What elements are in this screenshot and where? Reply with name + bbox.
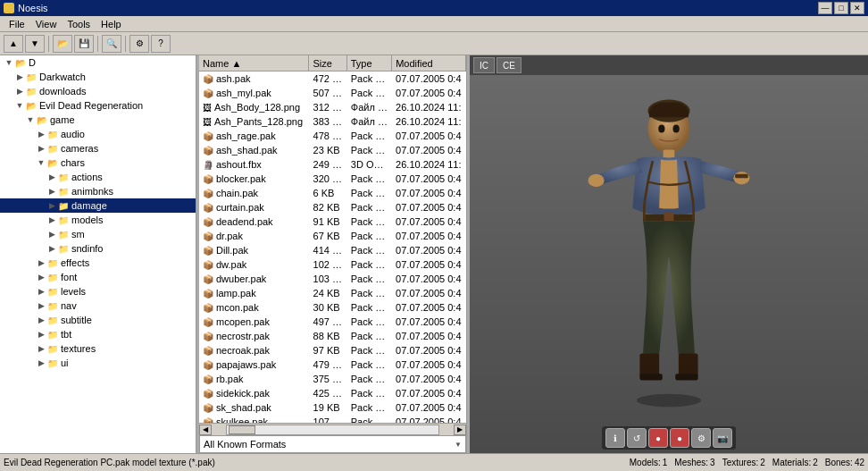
toolbar: ▲ ▼ 📂 💾 🔍 ⚙ ?: [0, 32, 868, 55]
vp-rotate-btn[interactable]: ↺: [627, 428, 647, 448]
file-row[interactable]: 📦mcopen.pak497 KBPack File07.07.2005 0:4: [199, 315, 466, 329]
tree-item-font[interactable]: ▶📁font: [0, 270, 196, 284]
tree-item-cameras[interactable]: ▶📁cameras: [0, 141, 196, 156]
file-row[interactable]: 📦sidekick.pak425 KBPack File07.07.2005 0…: [199, 386, 466, 400]
file-row[interactable]: 📦deadend.pak91 KBPack File07.07.2005 0:4: [199, 214, 466, 229]
viewport-btn-ce[interactable]: CE: [497, 57, 522, 73]
file-list-body[interactable]: 📦ash.pak472 KBPack File07.07.2005 0:4📦as…: [199, 71, 466, 423]
scroll-left-btn[interactable]: ◀: [199, 425, 212, 435]
tree-item-nav[interactable]: ▶📁nav: [0, 299, 196, 313]
character-viewport[interactable]: [470, 75, 868, 453]
tree-item-audio[interactable]: ▶📁audio: [0, 127, 196, 141]
file-row[interactable]: 🗿ashout.fbx249 KB3D Object26.10.2024 11:: [199, 157, 466, 172]
character-model: [580, 95, 758, 434]
tree-item-tbt[interactable]: ▶📁tbt: [0, 327, 196, 341]
menu-view[interactable]: View: [30, 18, 63, 30]
tree-item-animbnks[interactable]: ▶📁animbnks: [0, 184, 196, 198]
file-row[interactable]: 📦chain.pak6 KBPack File07.07.2005 0:4: [199, 186, 466, 200]
toolbar-open[interactable]: 📂: [53, 35, 72, 53]
file-row[interactable]: 📦dr.pak67 KBPack File07.07.2005 0:4: [199, 229, 466, 243]
file-name: 📦dr.pak: [199, 231, 310, 241]
col-header-modified[interactable]: Modified: [392, 55, 466, 71]
file-row[interactable]: 📦sk_shad.pak19 KBPack File07.07.2005 0:4: [199, 400, 466, 415]
file-size: 91 KB: [310, 216, 347, 227]
stat-bones: Bones: 42: [825, 458, 864, 467]
file-row[interactable]: 📦mcon.pak30 KBPack File07.07.2005 0:4: [199, 300, 466, 315]
tree-expand-icon: ▶: [46, 200, 57, 211]
dropdown-arrow-icon: ▼: [455, 441, 462, 449]
vp-sphere2-btn[interactable]: ●: [670, 428, 689, 448]
file-modified: 07.07.2005 0:4: [392, 73, 466, 84]
toolbar-save[interactable]: 💾: [74, 35, 94, 53]
tree-item-damage[interactable]: ▶📁damage: [0, 198, 196, 213]
vp-sphere1-btn[interactable]: ●: [648, 428, 668, 448]
tree-item-models[interactable]: ▶📁models: [0, 213, 196, 227]
tree-item-actions[interactable]: ▶📁actions: [0, 170, 196, 184]
menu-tools[interactable]: Tools: [62, 18, 96, 30]
file-row[interactable]: 📦necroak.pak97 KBPack File07.07.2005 0:4: [199, 343, 466, 357]
col-header-name[interactable]: Name ▲: [199, 55, 309, 71]
tree-item-sm[interactable]: ▶📁sm: [0, 227, 196, 241]
file-row[interactable]: 📦dwuber.pak103 KBPack File07.07.2005 0:4: [199, 272, 466, 286]
tree-item-game[interactable]: ▼📂game: [0, 113, 196, 127]
tree-item-darkwatch[interactable]: ▶📁Darkwatch: [0, 70, 196, 84]
file-size: 479 KB: [310, 359, 347, 370]
viewport-btn-ic[interactable]: IC: [473, 57, 495, 73]
tree-item-levels[interactable]: ▶📁levels: [0, 284, 196, 299]
file-row[interactable]: 📦ash_rage.pak478 KBPack File07.07.2005 0…: [199, 129, 466, 143]
maximize-button[interactable]: □: [834, 2, 848, 14]
file-type-dropdown[interactable]: All Known Formats ▼: [199, 435, 466, 453]
tree-item-sndinfo[interactable]: ▶📁sndinfo: [0, 241, 196, 256]
file-row[interactable]: 📦Dill.pak414 KBPack File07.07.2005 0:4: [199, 243, 466, 257]
tree-item-d[interactable]: ▼📂D: [0, 55, 196, 70]
toolbar-search[interactable]: 🔍: [102, 35, 121, 53]
horizontal-scrollbar[interactable]: ◀ ▶: [199, 423, 466, 435]
scroll-right-btn[interactable]: ▶: [454, 425, 466, 435]
close-button[interactable]: ✕: [850, 2, 864, 14]
file-row[interactable]: 📦papajaws.pak479 KBPack File07.07.2005 0…: [199, 357, 466, 372]
file-row[interactable]: 📦ash_shad.pak23 KBPack File07.07.2005 0:…: [199, 143, 466, 157]
tree-item-textures[interactable]: ▶📁textures: [0, 341, 196, 356]
vp-info-btn[interactable]: ℹ: [605, 428, 625, 448]
file-row[interactable]: 📦lamp.pak24 KBPack File07.07.2005 0:4: [199, 286, 466, 300]
file-row[interactable]: 📦curtain.pak82 KBPack File07.07.2005 0:4: [199, 200, 466, 214]
file-modified: 07.07.2005 0:4: [392, 216, 466, 227]
col-header-type[interactable]: Type: [347, 55, 392, 71]
file-type: Pack File: [347, 273, 392, 284]
folder-icon: 📁: [25, 71, 38, 83]
file-row[interactable]: 📦necrostr.pak88 KBPack File07.07.2005 0:…: [199, 329, 466, 343]
file-type-icon: 📦: [203, 131, 213, 141]
tree-item-downloads[interactable]: ▶📁downloads: [0, 84, 196, 98]
tree-item-label: downloads: [39, 86, 87, 97]
file-row[interactable]: 📦ash.pak472 KBPack File07.07.2005 0:4: [199, 71, 466, 86]
file-row[interactable]: 📦skulkee.pak107 KBPack File07.07.2005 0:…: [199, 415, 466, 423]
file-type: Файл 'PNG': [347, 116, 392, 127]
minimize-button[interactable]: —: [818, 2, 832, 14]
col-header-size[interactable]: Size: [309, 55, 346, 71]
file-row[interactable]: 📦blocker.pak320 KBPack File07.07.2005 0:…: [199, 172, 466, 186]
tree-item-subtitle[interactable]: ▶📁subtitle: [0, 313, 196, 327]
file-row[interactable]: 🖼Ash_Pants_128.png383 KBФайл 'PNG'26.10.…: [199, 114, 466, 129]
toolbar-up[interactable]: ▲: [4, 35, 23, 53]
file-row[interactable]: 📦rb.pak375 KBPack File07.07.2005 0:4: [199, 372, 466, 386]
tree-expand-icon: ▶: [46, 214, 57, 225]
vp-settings-btn[interactable]: ⚙: [691, 428, 711, 448]
toolbar-help[interactable]: ?: [151, 35, 171, 53]
toolbar-settings[interactable]: ⚙: [129, 35, 149, 53]
menu-file[interactable]: File: [4, 18, 30, 30]
tree-item-evil-dead-regeneration[interactable]: ▼📂Evil Dead Regeneration: [0, 98, 196, 113]
file-row[interactable]: 📦dw.pak102 KBPack File07.07.2005 0:4: [199, 257, 466, 272]
file-name: 📦skulkee.pak: [199, 416, 310, 423]
h-scrollbar-track[interactable]: [226, 425, 439, 435]
vp-camera-btn[interactable]: 📷: [713, 428, 732, 448]
status-bar: Evil Dead Regeneration PC.pak model text…: [0, 453, 868, 471]
tree-item-chars[interactable]: ▼📂chars: [0, 156, 196, 170]
main-area: ▼📂D▶📁Darkwatch▶📁downloads▼📂Evil Dead Reg…: [0, 55, 868, 453]
menu-help[interactable]: Help: [96, 18, 127, 30]
h-scrollbar-thumb[interactable]: [229, 425, 255, 434]
toolbar-down[interactable]: ▼: [25, 35, 45, 53]
file-row[interactable]: 🖼Ash_Body_128.png312 KBФайл 'PNG'26.10.2…: [199, 100, 466, 114]
tree-item-ui[interactable]: ▶📁ui: [0, 356, 196, 370]
tree-item-effects[interactable]: ▶📁effects: [0, 256, 196, 270]
file-row[interactable]: 📦ash_myl.pak507 KBPack File07.07.2005 0:…: [199, 86, 466, 100]
